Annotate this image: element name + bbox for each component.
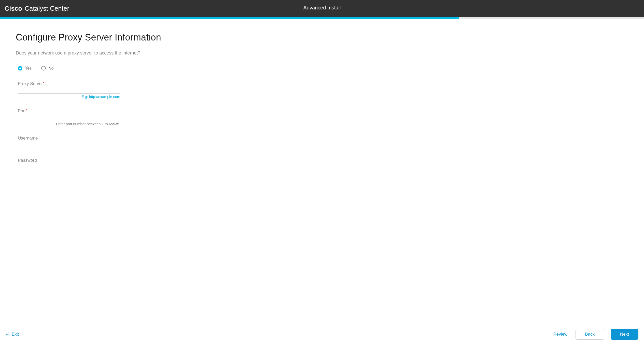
radio-no-label: No [48,66,53,71]
exit-label: Exit [12,332,19,337]
page-title: Configure Proxy Server Information [16,32,628,43]
field-username: Username [18,136,120,148]
header-center-title: Advanced Install [303,5,341,11]
radio-option-no[interactable]: No [41,66,53,71]
progress-bar-track [0,17,644,19]
proxy-radio-group: Yes No [16,66,628,71]
field-port: Port* Enter port number between 1 to 655… [18,108,120,126]
brand: Cisco Catalyst Center [0,5,69,12]
required-star-icon: * [43,81,44,86]
radio-circle-icon [41,66,46,71]
required-star-icon: * [26,108,27,113]
proxy-server-input[interactable] [18,87,120,94]
field-password: Password [18,158,120,170]
exit-link[interactable]: Exit [3,330,21,339]
radio-option-yes[interactable]: Yes [18,66,32,71]
radio-yes-label: Yes [25,66,32,71]
back-button[interactable]: Back [576,329,604,340]
page-subtitle: Does your network use a proxy server to … [16,50,628,56]
footer-right: Review Back Next [552,329,638,340]
port-input[interactable] [18,115,120,121]
main-content: Configure Proxy Server Information Does … [0,19,644,324]
radio-circle-icon [18,66,22,71]
field-proxy-server: Proxy Server* E.g: http://example.com [18,81,120,99]
progress-bar-fill [0,17,459,19]
brand-cisco: Cisco [5,5,22,12]
top-bar: Cisco Catalyst Center Advanced Install [0,0,644,17]
username-input[interactable] [18,142,120,148]
next-button[interactable]: Next [611,329,638,340]
brand-product: Catalyst Center [25,5,69,12]
port-label: Port* [18,108,120,115]
proxy-server-hint: E.g: http://example.com [18,95,120,99]
username-label: Username [18,136,120,142]
password-label: Password [18,158,120,164]
form-fields: Proxy Server* E.g: http://example.com Po… [16,81,120,170]
port-hint: Enter port number between 1 to 65535. [18,122,120,126]
footer-bar: Exit Review Back Next [0,324,644,344]
review-link[interactable]: Review [552,330,569,339]
exit-icon [5,332,10,337]
proxy-server-label: Proxy Server* [18,81,120,87]
password-input[interactable] [18,164,120,170]
